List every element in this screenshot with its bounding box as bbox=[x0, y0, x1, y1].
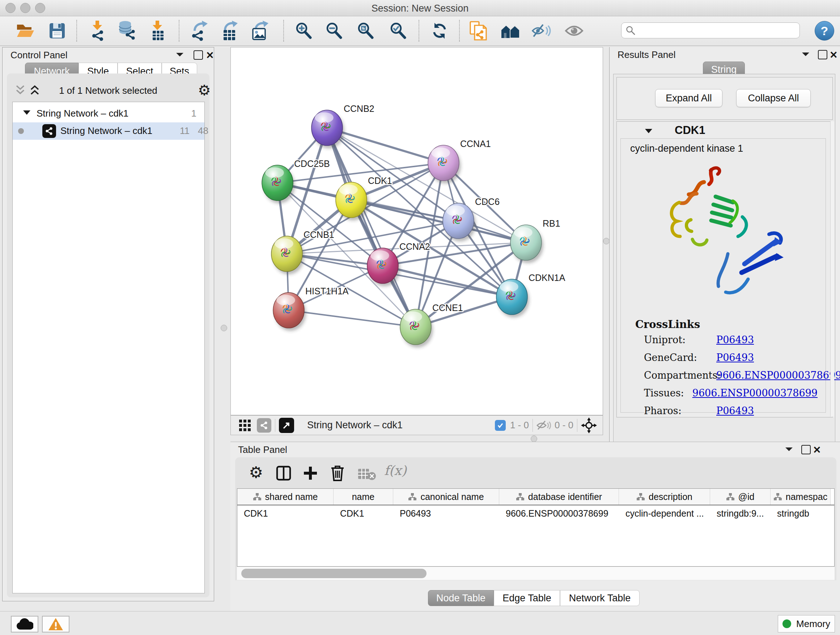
node-CCNA1[interactable]: CCNA1 bbox=[428, 139, 491, 184]
expand-collapse-box: Expand All Collapse All bbox=[616, 77, 833, 120]
statusbar-separator bbox=[275, 419, 275, 432]
tab-edge-table[interactable]: Edge Table bbox=[494, 590, 560, 606]
node-label-CCNA2: CCNA2 bbox=[399, 241, 430, 252]
panel-close-icon[interactable]: ✕ bbox=[829, 49, 838, 61]
refresh-icon[interactable] bbox=[429, 20, 450, 41]
node-label-CCNB1: CCNB1 bbox=[303, 230, 334, 240]
zoom-selected-icon[interactable] bbox=[388, 20, 409, 41]
section-expander-icon[interactable] bbox=[644, 127, 653, 135]
network-row-label: String Network – cdk1 bbox=[60, 125, 152, 136]
crosslink-value-link[interactable]: P06493 bbox=[716, 334, 754, 345]
hidden-eye-icon[interactable] bbox=[537, 420, 551, 431]
delete-icon[interactable] bbox=[330, 464, 345, 482]
columns-icon[interactable] bbox=[276, 465, 292, 481]
export-network-icon[interactable] bbox=[189, 20, 210, 41]
gear-icon[interactable]: ⚙ bbox=[198, 83, 211, 97]
add-icon[interactable] bbox=[302, 465, 318, 481]
crosslink-value-link[interactable]: 9606.ENSP00000378699 bbox=[716, 370, 840, 381]
fit-crosshair-icon[interactable] bbox=[581, 417, 597, 433]
copy-network-icon[interactable] bbox=[468, 20, 489, 41]
delete-table-icon[interactable] bbox=[357, 467, 376, 480]
help-icon[interactable]: ? bbox=[815, 21, 834, 41]
right-splitter-handle[interactable] bbox=[603, 238, 609, 244]
memory-status-icon bbox=[783, 619, 791, 628]
crosslink-value-link[interactable]: P06493 bbox=[716, 352, 754, 363]
edge-CCNB2-CCNA1[interactable] bbox=[327, 128, 444, 163]
function-builder-icon[interactable]: f(x) bbox=[384, 463, 407, 478]
selected-checkbox-icon[interactable] bbox=[495, 420, 506, 431]
network-share-icon[interactable] bbox=[257, 418, 271, 432]
column-header-canonical-name[interactable]: canonical name bbox=[393, 489, 499, 505]
save-icon[interactable] bbox=[47, 20, 68, 41]
zoom-fit-icon[interactable] bbox=[355, 20, 376, 41]
table-cell: stringdb bbox=[771, 505, 831, 521]
show-all-icon[interactable] bbox=[564, 20, 584, 41]
import-database-icon[interactable] bbox=[117, 20, 138, 41]
warning-button[interactable] bbox=[42, 616, 69, 632]
edge-CCNB2-CCNE1[interactable] bbox=[327, 128, 416, 327]
edge-HIST1H1A-CCNE1[interactable] bbox=[289, 310, 416, 327]
crosslinks-title: CrossLinks bbox=[635, 318, 700, 331]
open-in-window-icon[interactable] bbox=[279, 418, 294, 433]
panel-menu-icon[interactable] bbox=[801, 51, 810, 58]
protein-structure-image bbox=[653, 159, 798, 315]
results-scrollbar[interactable] bbox=[830, 121, 834, 417]
first-neighbors-icon[interactable] bbox=[500, 20, 521, 41]
export-table-icon[interactable] bbox=[219, 20, 240, 41]
hide-selected-icon[interactable] bbox=[531, 20, 552, 41]
open-folder-icon[interactable] bbox=[14, 20, 35, 41]
memory-button[interactable]: Memory bbox=[778, 615, 835, 632]
panel-close-icon[interactable]: ✕ bbox=[206, 50, 214, 61]
cloud-button[interactable] bbox=[11, 616, 38, 632]
node-label-CCNA1: CCNA1 bbox=[460, 139, 491, 149]
zoom-in-icon[interactable] bbox=[294, 20, 314, 41]
panel-menu-icon[interactable] bbox=[785, 446, 793, 453]
crosslink-value-link[interactable]: P06493 bbox=[716, 405, 754, 416]
crosslink-row: Compartments:9606.ENSP00000378699 bbox=[644, 370, 818, 381]
column-header-name[interactable]: name bbox=[333, 489, 393, 505]
panel-float-icon[interactable] bbox=[818, 50, 827, 59]
zoom-out-icon[interactable] bbox=[324, 20, 345, 41]
network-row-selected[interactable]: String Network – cdk1 11 48 bbox=[13, 122, 204, 140]
expand-all-button[interactable]: Expand All bbox=[655, 89, 722, 107]
tree-expander-icon[interactable] bbox=[23, 109, 31, 116]
panel-float-icon[interactable] bbox=[801, 445, 811, 454]
network-graph[interactable]: CCNB2 CCNA1 CDC25B CDK1 bbox=[231, 48, 603, 415]
toolbar-search bbox=[621, 22, 800, 38]
node-HIST1H1A[interactable]: HIST1H1A bbox=[273, 286, 349, 331]
column-header-description[interactable]: description bbox=[619, 489, 710, 505]
column-header-@id[interactable]: @id bbox=[710, 489, 771, 505]
import-network-icon[interactable] bbox=[87, 20, 108, 41]
node-RB1[interactable]: RB1 bbox=[510, 218, 561, 263]
column-header-database-identifier[interactable]: database identifier bbox=[499, 489, 619, 505]
tab-network-table[interactable]: Network Table bbox=[560, 590, 639, 606]
table-row[interactable]: CDK1CDK1P064939606.ENSP00000378699cyclin… bbox=[237, 505, 834, 521]
import-table-icon[interactable] bbox=[147, 20, 168, 41]
panel-close-icon[interactable]: ✕ bbox=[813, 444, 821, 456]
column-header-namespac[interactable]: namespac bbox=[771, 489, 831, 505]
app-statusbar: Memory bbox=[0, 611, 840, 635]
control-panel: Control Panel ✕ Network Style Select Set… bbox=[2, 47, 214, 601]
table-panel: Table Panel ✕ ⚙ f(x) shared namenamecano… bbox=[231, 442, 840, 611]
table-hscrollbar[interactable] bbox=[237, 567, 835, 580]
panel-menu-icon[interactable] bbox=[175, 51, 184, 58]
crosslink-value-link[interactable]: 9606.ENSP00000378699 bbox=[692, 387, 818, 399]
tab-node-table[interactable]: Node Table bbox=[428, 590, 494, 606]
node-CCNE1[interactable]: CCNE1 bbox=[400, 302, 463, 348]
export-image-icon[interactable] bbox=[249, 20, 271, 41]
node-CDKN1A[interactable]: CDKN1A bbox=[496, 272, 565, 318]
network-canvas[interactable]: CCNB2 CCNA1 CDC25B CDK1 bbox=[231, 47, 603, 415]
left-splitter-handle[interactable] bbox=[221, 325, 227, 331]
table-cell: cyclin-dependent ... bbox=[619, 505, 710, 521]
network-collection-row[interactable]: String Network – cdk1 1 bbox=[13, 105, 204, 122]
horizontal-splitter-handle[interactable] bbox=[531, 435, 537, 442]
panel-float-icon[interactable] bbox=[194, 50, 203, 60]
node-label-HIST1H1A: HIST1H1A bbox=[305, 286, 349, 296]
warning-icon bbox=[48, 617, 64, 631]
table-gear-icon[interactable]: ⚙ bbox=[249, 464, 263, 480]
column-header-shared-name[interactable]: shared name bbox=[237, 489, 333, 505]
collapse-all-button[interactable]: Collapse All bbox=[736, 89, 811, 107]
search-input[interactable] bbox=[639, 25, 795, 36]
grid-view-icon[interactable] bbox=[239, 419, 251, 432]
table-hscrollbar-thumb[interactable] bbox=[241, 569, 426, 578]
